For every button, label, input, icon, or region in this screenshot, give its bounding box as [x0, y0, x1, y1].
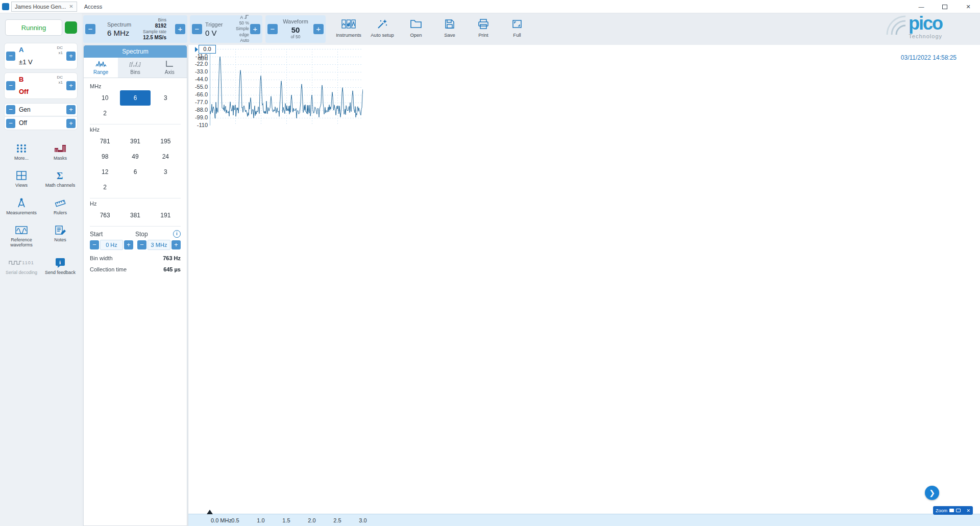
range-option-49[interactable]: 49 [120, 149, 150, 164]
bins-icon: [f₁,f₂] [129, 60, 142, 68]
panel-title[interactable]: Spectrum [84, 45, 187, 58]
sidebar-tool-notes[interactable]: Notes [41, 221, 80, 251]
sidebar-tool-views[interactable]: Views [2, 167, 41, 191]
tab-range[interactable]: Range [84, 58, 118, 78]
info-icon[interactable]: i [173, 230, 181, 238]
stop-decrease-button[interactable]: − [137, 240, 146, 249]
range-option-98[interactable]: 98 [90, 149, 120, 164]
tool-label: Rulers [54, 210, 67, 215]
y-tick-label: -55.0 [188, 84, 208, 90]
sidebar-tool-rulers[interactable]: Rulers [41, 194, 80, 218]
next-view-button[interactable]: ❯ [925, 486, 939, 500]
save-icon [445, 17, 455, 31]
channel-a-decrease-button[interactable]: − [6, 52, 15, 61]
trigger-decrease-button[interactable]: − [192, 24, 202, 34]
sigma-icon: Σ [56, 170, 65, 181]
tool-label: More... [14, 156, 29, 161]
range-option-391[interactable]: 391 [120, 134, 150, 149]
mhz-group-label: MHz [90, 83, 181, 89]
sidebar-tool-masks[interactable]: Masks [41, 140, 80, 164]
masks-icon [54, 143, 66, 154]
range-option-24[interactable]: 24 [151, 149, 181, 164]
combo-close-icon[interactable]: ✕ [69, 4, 73, 9]
trigger-increase-button[interactable]: + [250, 24, 260, 34]
zoom-close-icon[interactable]: ✕ [966, 508, 970, 513]
start-increase-button[interactable]: + [124, 240, 133, 249]
sidebar-tool-measurements[interactable]: Measurements [2, 194, 41, 218]
range-option-381[interactable]: 381 [120, 208, 150, 223]
restore-button[interactable] [933, 0, 957, 13]
range-option-10[interactable]: 10 [90, 90, 120, 106]
start-decrease-button[interactable]: − [90, 240, 99, 249]
title-combo[interactable]: James House Gen... ✕ [11, 2, 77, 12]
spectrum-range-label: Spectrum [107, 21, 131, 28]
toolbar-button-full[interactable]: Full [501, 14, 533, 44]
tab-axis[interactable]: Axis [153, 58, 187, 78]
y-axis[interactable]: 0.0 dBu -11.0-22.0-33.0-44.0-55.0-66.0-7… [188, 45, 210, 514]
start-stop-button[interactable] [65, 21, 77, 34]
start-frequency-value[interactable]: 0 Hz [100, 240, 123, 250]
range-option-781[interactable]: 781 [90, 134, 120, 149]
channel-b-range: Off [19, 88, 29, 95]
y-tick-label: -99.0 [188, 114, 208, 120]
generator-state-decrease-button[interactable]: − [6, 119, 15, 128]
range-option-12[interactable]: 12 [90, 164, 120, 180]
sidebar-tool-serial-decoding[interactable]: 1101Serial decoding [2, 254, 41, 278]
range-option-3[interactable]: 3 [151, 164, 181, 180]
toolbar-button-open[interactable]: Open [400, 14, 432, 44]
waveform-previous-button[interactable]: − [267, 24, 278, 34]
tab-bins[interactable]: [f₁,f₂]Bins [118, 58, 152, 78]
y-axis-offset-chip[interactable]: 0.0 [199, 45, 216, 54]
generator-increase-button[interactable]: + [66, 105, 76, 114]
tool-label: Reference waveforms [3, 237, 40, 248]
spectrum-range-increase-button[interactable]: + [175, 24, 185, 34]
sidebar-tool-more-[interactable]: More... [2, 140, 41, 164]
waveform-next-button[interactable]: + [313, 24, 324, 34]
title-combo-text: James House Gen... [15, 4, 66, 10]
zoom-controls[interactable]: Zoom ✕ [933, 506, 973, 515]
running-button[interactable]: Running [5, 19, 62, 36]
y-tick-label: -88.0 [188, 107, 208, 113]
close-button[interactable]: ✕ [957, 0, 980, 13]
spectrum-range-decrease-button[interactable]: − [85, 24, 95, 34]
range-option-191[interactable]: 191 [151, 208, 181, 223]
zoom-pan-icon[interactable] [949, 509, 954, 512]
generator-card[interactable]: − Gen + [4, 103, 78, 116]
toolbar-button-print[interactable]: Print [468, 14, 499, 44]
channel-b-decrease-button[interactable]: − [6, 81, 15, 90]
sidebar-tool-send-feedback[interactable]: iSend feedback [41, 254, 80, 278]
y-axis-offset-marker [195, 47, 198, 52]
range-option-6[interactable]: 6 [120, 90, 150, 106]
toolbar-button-auto-setup[interactable]: Auto setup [366, 14, 398, 44]
range-option-3[interactable]: 3 [151, 90, 181, 106]
channel-a-increase-button[interactable]: + [66, 52, 76, 61]
stop-frequency-value[interactable]: 3 MHz [148, 240, 170, 250]
toolbar-button-save[interactable]: Save [434, 14, 465, 44]
minimize-button[interactable]: — [910, 0, 933, 13]
spectrum-bins-value: 8192 [155, 23, 166, 29]
zoom-window-icon[interactable] [956, 509, 961, 512]
x-axis[interactable]: 0.0 MHz0.51.01.52.02.53.0 [188, 514, 980, 526]
channel-b-card[interactable]: − B DCx1 Off + [4, 72, 78, 99]
spectrum-plot[interactable] [210, 49, 363, 126]
generator-state-increase-button[interactable]: + [66, 119, 76, 128]
generator-state-card[interactable]: − Off + [4, 117, 78, 130]
sidebar-tool-reference-waveforms[interactable]: Reference waveforms [2, 221, 41, 251]
tool-label: Math channels [45, 183, 76, 188]
range-option-6[interactable]: 6 [120, 164, 150, 180]
range-option-195[interactable]: 195 [151, 134, 181, 149]
toolbar-button-label: Save [444, 32, 455, 38]
stop-increase-button[interactable]: + [172, 240, 181, 249]
toolbar-button-instruments[interactable]: Instruments [333, 14, 364, 44]
generator-decrease-button[interactable]: − [6, 105, 15, 114]
pico-technology-logo: pico Technology [885, 14, 967, 44]
tool-label: Serial decoding [6, 270, 37, 275]
sidebar-tool-math-channels[interactable]: ΣMath channels [41, 167, 80, 191]
tab-label: Bins [130, 69, 140, 75]
channel-a-card[interactable]: − A DCx1 ±1 V + [4, 43, 78, 69]
range-option-2[interactable]: 2 [90, 180, 120, 195]
range-option-2[interactable]: 2 [90, 106, 120, 121]
range-option-763[interactable]: 763 [90, 208, 120, 223]
open-icon [410, 17, 422, 31]
channel-b-increase-button[interactable]: + [66, 81, 76, 90]
